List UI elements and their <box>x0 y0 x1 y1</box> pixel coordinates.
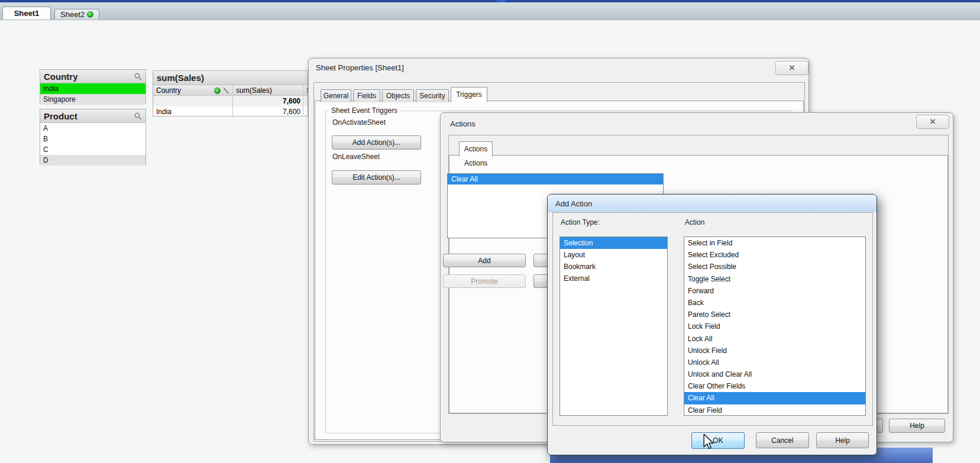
tab-sheet2[interactable]: Sheet2 <box>54 9 99 20</box>
column-header-country-label: Country <box>156 86 181 95</box>
edit-actions-button[interactable]: Edit Action(s)... <box>332 170 421 184</box>
add-action-dialog: Add Action Action Type: Action Selection… <box>547 194 877 455</box>
action-item[interactable]: Clear Field <box>684 404 865 416</box>
sales-table-title: sum(Sales) <box>157 73 204 83</box>
action-type-layout[interactable]: Layout <box>560 249 667 261</box>
add-actions-button[interactable]: Add Action(s)... <box>332 135 421 150</box>
product-item-b[interactable]: B <box>40 134 145 144</box>
mouse-cursor-icon <box>703 434 714 449</box>
row-india-sum-sales: 7,600 <box>233 106 303 116</box>
actions-list-item-clear-all[interactable]: Clear All <box>448 174 663 184</box>
add-action-titlebar[interactable] <box>548 195 876 212</box>
action-item[interactable]: Pareto Select <box>684 309 865 320</box>
help-button[interactable]: Help <box>889 419 945 433</box>
cancel-button[interactable]: Cancel <box>756 432 809 448</box>
totals-sum-sales: 7,600 <box>233 96 303 106</box>
product-item-d[interactable]: D <box>40 155 145 166</box>
ok-button[interactable]: OK <box>691 432 745 449</box>
column-divider <box>232 85 233 116</box>
action-type-list: Selection Layout Bookmark External <box>559 237 668 416</box>
tab-objects[interactable]: Objects <box>382 89 414 102</box>
action-item[interactable]: Lock Field <box>684 320 865 332</box>
close-icon[interactable]: × <box>775 61 808 75</box>
sheet-event-triggers-label: Sheet Event Triggers <box>329 106 400 115</box>
country-listbox-title: Country <box>44 72 78 82</box>
action-item[interactable]: Unlock and Clear All <box>684 368 865 380</box>
column-header-country[interactable]: Country <box>153 85 233 96</box>
action-label: Action <box>685 218 704 226</box>
product-listbox: Product A B C D <box>40 109 146 165</box>
add-action-title: Add Action <box>555 199 592 208</box>
action-item[interactable]: Select Possible <box>684 261 865 273</box>
row-india-country[interactable]: India <box>153 106 233 116</box>
country-item-india[interactable]: India <box>40 83 145 94</box>
action-item[interactable]: Clear Other Fields <box>684 380 865 392</box>
sheet-tab-bar <box>0 2 980 20</box>
action-type-external[interactable]: External <box>560 273 667 284</box>
actions-list-label: Actions <box>464 159 487 167</box>
tab-security[interactable]: Security <box>416 89 449 102</box>
tab-sheet1[interactable]: Sheet1 <box>2 7 51 20</box>
action-item[interactable]: Unlock All <box>684 357 865 368</box>
sheet-properties-titlebar[interactable]: Sheet Properties [Sheet1] <box>316 63 404 72</box>
action-item[interactable]: Select Excluded <box>684 249 865 261</box>
product-listbox-caption[interactable]: Product <box>40 109 145 123</box>
action-item[interactable]: Unlock Field <box>684 345 865 357</box>
promote-button: Promote <box>443 274 526 288</box>
sort-indicator-icon <box>223 87 229 94</box>
add-button[interactable]: Add <box>443 254 526 267</box>
column-divider <box>303 85 303 116</box>
sales-table: sum(Sales) Country sum(Sales) S 7,600 In… <box>153 70 308 116</box>
action-item[interactable]: Forward <box>684 285 865 297</box>
action-item[interactable]: Select in Field <box>684 237 865 249</box>
tab-fields[interactable]: Fields <box>353 89 380 102</box>
close-icon[interactable]: × <box>916 115 949 129</box>
action-type-bookmark[interactable]: Bookmark <box>560 261 667 273</box>
on-leave-sheet-label: OnLeaveSheet <box>332 153 380 161</box>
action-list: Select in Field Select Excluded Select P… <box>684 237 866 416</box>
help-button[interactable]: Help <box>816 432 869 448</box>
action-type-selection[interactable]: Selection <box>560 237 667 249</box>
column-header-sum-sales[interactable]: sum(Sales) <box>233 85 303 96</box>
action-item-clear-all[interactable]: Clear All <box>684 392 865 404</box>
tab-actions[interactable]: Actions <box>459 141 493 157</box>
column-header-clipped[interactable]: S <box>303 85 308 96</box>
tab-sheet2-label: Sheet2 <box>60 10 85 19</box>
action-type-label: Action Type: <box>561 218 600 226</box>
country-item-singapore[interactable]: Singapore <box>40 94 145 105</box>
actions-titlebar[interactable]: Actions <box>450 119 476 128</box>
product-item-c[interactable]: C <box>40 144 145 155</box>
action-item[interactable]: Lock All <box>684 333 865 345</box>
active-sheet-led-icon <box>87 11 93 18</box>
search-icon[interactable] <box>134 73 142 80</box>
product-item-a[interactable]: A <box>40 123 145 134</box>
product-listbox-title: Product <box>44 111 77 121</box>
search-icon[interactable] <box>134 112 142 120</box>
sort-state-led-icon <box>214 88 221 94</box>
action-item[interactable]: Back <box>684 297 865 309</box>
sales-table-caption[interactable]: sum(Sales) <box>153 71 308 85</box>
tab-triggers[interactable]: Triggers <box>451 87 487 102</box>
on-activate-sheet-label: OnActivateSheet <box>332 118 386 127</box>
action-item[interactable]: Toggle Select <box>684 273 865 285</box>
country-listbox: Country India Singapore <box>40 69 146 104</box>
country-listbox-caption[interactable]: Country <box>40 70 145 83</box>
tab-general[interactable]: General <box>321 89 351 102</box>
